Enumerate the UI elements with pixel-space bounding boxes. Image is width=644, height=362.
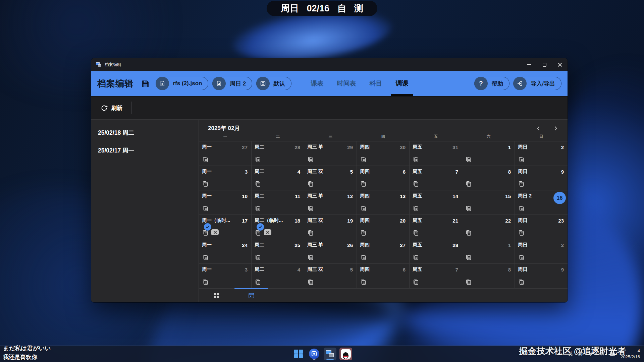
copy-document-icon[interactable] (518, 205, 525, 212)
calendar-cell[interactable]: 周四27 (357, 239, 410, 264)
tab-2[interactable]: 时间表 (330, 71, 363, 96)
copy-document-icon[interactable] (360, 205, 367, 212)
calendar-cell[interactable]: 周三 双5 (304, 264, 357, 288)
copy-document-icon[interactable] (255, 254, 261, 260)
calendar-cell[interactable]: 周日9 (515, 264, 568, 288)
copy-document-icon[interactable] (360, 156, 367, 163)
tab-1[interactable]: 课表 (304, 71, 330, 96)
tab-3[interactable]: 科目 (363, 71, 389, 96)
copy-document-icon[interactable] (307, 205, 314, 212)
file-pill-button[interactable]: rfs (2).json (156, 77, 208, 90)
calendar-cell[interactable]: 周四30 (357, 141, 410, 166)
sidebar-date-item[interactable]: 25/02/18 周二 (91, 124, 199, 141)
calendar-cell[interactable]: 周五7 (410, 166, 462, 190)
copy-document-icon[interactable] (255, 205, 261, 212)
archive-app-taskbar-button[interactable] (324, 348, 336, 360)
calendar-cell[interactable]: 周三 单12 (304, 190, 357, 215)
schedule-overlay-pill[interactable]: 周日 02/16 自 测 (267, 1, 377, 16)
close-button[interactable] (552, 58, 568, 71)
calendar-cell[interactable]: 周五21 (410, 215, 462, 239)
copy-document-icon[interactable] (202, 254, 209, 260)
calendar-cell[interactable]: 周一3 (199, 166, 252, 190)
copy-document-icon[interactable] (255, 279, 261, 285)
help-button[interactable]: ? 帮助 (474, 77, 509, 90)
calendar-cell[interactable]: 周四20 (357, 215, 410, 239)
copy-document-icon[interactable] (518, 279, 525, 285)
calendar-cell[interactable]: 周三 双5 (304, 166, 357, 190)
copy-document-icon[interactable] (518, 180, 525, 187)
calendar-cell[interactable]: 周日2 (515, 239, 568, 264)
volume-icon[interactable] (557, 351, 563, 357)
calendar-cell[interactable]: 周二28 (252, 141, 304, 166)
copy-document-icon[interactable] (307, 180, 314, 187)
copy-document-icon[interactable] (255, 180, 261, 187)
language-indicator[interactable]: 英 (568, 351, 573, 357)
calendar-cell[interactable]: 周二4 (252, 166, 304, 190)
save-button[interactable] (140, 78, 150, 88)
calendar-cell[interactable]: 周日2 (515, 141, 568, 166)
calendar-cell[interactable]: 周二25 (252, 239, 304, 264)
calendar-cell[interactable]: 15 (462, 190, 515, 215)
copy-document-icon[interactable] (360, 229, 367, 236)
copy-document-icon[interactable] (307, 254, 314, 260)
calendar-cell[interactable]: 1 (462, 239, 515, 264)
start-button[interactable] (292, 348, 305, 360)
copy-document-icon[interactable] (202, 205, 209, 212)
copy-document-icon[interactable] (360, 254, 367, 260)
calendar-cell[interactable]: 周一（临时...17 (199, 215, 252, 239)
copy-document-icon[interactable] (202, 279, 209, 285)
calendar-cell[interactable]: 周三 单29 (304, 141, 357, 166)
copy-document-icon[interactable] (255, 156, 261, 163)
calendar-cell[interactable]: 周日 216 (515, 190, 568, 215)
sidebar-date-item[interactable]: 25/02/17 周一 (91, 141, 199, 159)
copy-document-icon[interactable] (465, 156, 472, 163)
calendar-cell[interactable]: 周三 单26 (304, 239, 357, 264)
calendar-cell[interactable]: 周五7 (410, 264, 462, 288)
copy-document-icon[interactable] (465, 180, 472, 187)
calendar-cell[interactable]: 周二4 (252, 264, 304, 288)
copy-document-icon[interactable] (413, 156, 419, 163)
schedule-pill-button[interactable]: 周日 2 (212, 77, 252, 90)
copy-document-icon[interactable] (413, 229, 419, 236)
calendar-cell[interactable]: 周日23 (515, 215, 568, 239)
ime-pinyin-indicator[interactable]: 拼 (578, 351, 583, 357)
copy-document-icon[interactable] (465, 254, 472, 260)
calendar-cell[interactable]: 周一24 (199, 239, 252, 264)
calendar-cell[interactable]: 周四6 (357, 264, 410, 288)
tab-4[interactable]: 调课 (389, 71, 415, 96)
copy-document-icon[interactable] (202, 156, 209, 163)
calendar-cell[interactable]: 周三 双19 (304, 215, 357, 239)
screenshot-tool-button[interactable] (308, 348, 321, 360)
calendar-cell[interactable]: 周四13 (357, 190, 410, 215)
remove-x-icon[interactable] (211, 229, 219, 235)
copy-document-icon[interactable] (465, 279, 472, 285)
calendar-cell[interactable]: 1 (462, 141, 515, 166)
taskbar-clock[interactable]: 4 2025/2/16 (621, 348, 640, 360)
maximize-button[interactable] (537, 58, 552, 71)
calendar-cell[interactable]: 周五28 (410, 239, 462, 264)
copy-document-icon[interactable] (360, 279, 367, 285)
calendar-cell[interactable]: 周一10 (199, 190, 252, 215)
copy-document-icon[interactable] (307, 156, 314, 163)
copy-document-icon[interactable] (307, 279, 314, 285)
tray-chevron-up-icon[interactable] (545, 352, 549, 356)
wifi-icon[interactable] (588, 351, 594, 356)
layout-pill-button[interactable]: 默认 (256, 77, 291, 90)
prev-month-button[interactable] (534, 124, 543, 133)
qq-taskbar-button[interactable] (339, 348, 352, 360)
titlebar[interactable]: 档案编辑 (91, 58, 568, 71)
copy-document-icon[interactable] (518, 229, 525, 236)
calendar-cell[interactable]: 8 (462, 166, 515, 190)
copy-document-icon[interactable] (413, 180, 419, 187)
calendar-cell[interactable]: 周四6 (357, 166, 410, 190)
copy-document-icon[interactable] (465, 205, 472, 212)
grid-view-tab[interactable] (199, 289, 234, 302)
folder-icon[interactable] (609, 351, 615, 356)
speaker-icon[interactable] (599, 351, 604, 357)
copy-document-icon[interactable] (413, 205, 419, 212)
copy-document-icon[interactable] (465, 229, 472, 236)
remove-x-icon[interactable] (264, 229, 271, 235)
calendar-cell[interactable]: 周二11 (252, 190, 304, 215)
copy-document-icon[interactable] (360, 180, 367, 187)
next-month-button[interactable] (551, 124, 560, 133)
